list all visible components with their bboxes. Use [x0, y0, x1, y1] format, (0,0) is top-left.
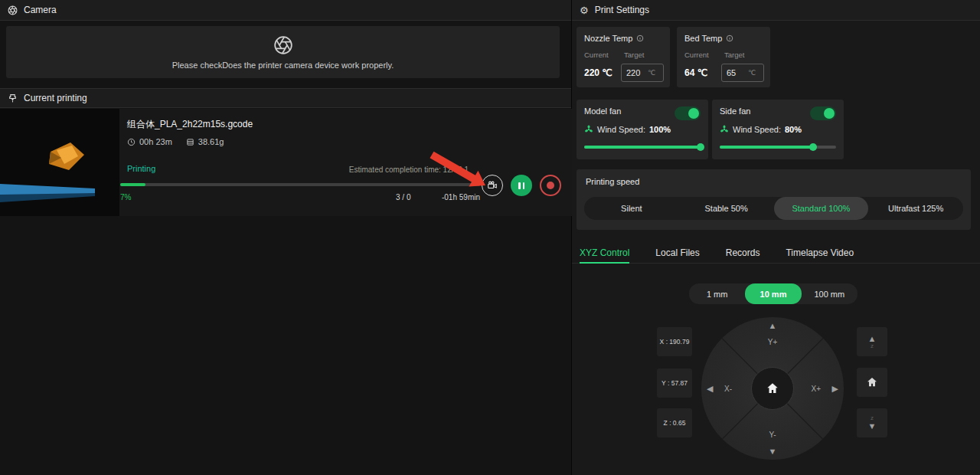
printer-control-window: Camera Please checkDoes the printer came… [0, 0, 980, 475]
print-duration: 00h 23m [127, 137, 172, 146]
model-fan-toggle[interactable] [675, 106, 701, 120]
speed-option-standard[interactable]: Standard 100% [774, 197, 869, 220]
bed-target-unit: ℃ [748, 69, 756, 77]
speed-option-silent[interactable]: Silent [584, 197, 679, 220]
speed-option-ultrafast[interactable]: Ultrafast 125% [868, 197, 963, 220]
bed-temp-title-row: Bed Temp [684, 34, 733, 43]
clock-icon [127, 138, 136, 146]
slider-fill [584, 146, 701, 149]
home-icon [866, 376, 878, 388]
distance-1mm[interactable]: 1 mm [689, 283, 745, 304]
estimated-completion-text: Estimated completion time: 12/03 1 [253, 165, 469, 174]
tab-local-files[interactable]: Local Files [655, 243, 699, 264]
z-axis-label: z [871, 415, 874, 422]
print-status-label: Printing [127, 164, 155, 173]
left-panel: Camera Please checkDoes the printer came… [0, 0, 572, 475]
model-fan-title: Model fan [584, 106, 621, 116]
model-preview-image [0, 109, 119, 216]
arrow-right-icon[interactable]: ▶ [832, 384, 838, 394]
fan-icon [720, 125, 729, 134]
aperture-icon [273, 35, 293, 55]
arrow-down-icon[interactable]: ▼ [769, 447, 777, 456]
speed-option-stable[interactable]: Stable 50% [679, 197, 774, 220]
z-position-readout: Z : 0.65 [657, 408, 692, 437]
side-fan-speed-value: 80% [785, 125, 802, 134]
slider-knob[interactable] [809, 143, 817, 151]
xy-home-button[interactable] [751, 367, 794, 410]
camera-error-message: Please checkDoes the printer camera devi… [172, 61, 394, 70]
nozzle-temp-title-row: Nozzle Temp [584, 34, 644, 43]
z-up-button[interactable]: ▲ z [857, 327, 887, 356]
slider-knob[interactable] [697, 143, 704, 151]
arrow-left-icon[interactable]: ◀ [707, 384, 713, 394]
camera-section-header: Camera [0, 0, 571, 21]
duration-value: 00h 23m [139, 137, 172, 146]
filament-weight: 38.61g [186, 137, 224, 146]
arrow-down-icon: ▼ [868, 421, 877, 431]
print-progress-fill [120, 183, 145, 186]
side-fan-slider[interactable] [720, 146, 836, 149]
pause-button[interactable] [511, 175, 532, 196]
bed-temp-card: Bed Temp Current Target 64 ℃ ℃ [677, 27, 770, 87]
arrow-up-icon: ▲ [868, 334, 877, 343]
home-icon [766, 382, 779, 395]
print-job-card: 组合体_PLA_2h22m15s.gcode 00h 23m 38.61g Pr… [0, 109, 572, 216]
y-position-readout: Y : 57.87 [657, 369, 692, 398]
info-icon [636, 34, 644, 42]
model-fan-slider[interactable] [584, 146, 701, 149]
z-down-button[interactable]: z ▼ [857, 408, 887, 437]
side-fan-card: Side fan Wind Speed: 80% [712, 100, 844, 159]
model-fan-speed-row: Wind Speed: 100% [584, 125, 671, 134]
distance-10mm[interactable]: 10 mm [745, 283, 801, 304]
x-position-readout: X : 190.79 [657, 327, 692, 356]
jog-x-minus-button[interactable]: X- [724, 385, 732, 393]
printing-speed-card: Printing speed Silent Stable 50% Standar… [577, 169, 971, 230]
nozzle-target-label: Target [624, 51, 644, 59]
bed-target-label: Target [724, 51, 744, 59]
jog-y-plus-button[interactable]: Y+ [768, 338, 778, 346]
fan-icon [584, 125, 593, 134]
jog-x-plus-button[interactable]: X+ [811, 385, 821, 393]
print-progress-bar [120, 183, 480, 186]
camera-preview-placeholder: Please checkDoes the printer camera devi… [6, 26, 560, 78]
nozzle-target-unit: ℃ [648, 69, 655, 77]
model-fan-speed-value: 100% [649, 125, 671, 134]
nozzle-current-value: 220 ℃ [584, 67, 612, 78]
printing-speed-options: Silent Stable 50% Standard 100% Ultrafas… [584, 197, 963, 220]
model-fan-card: Model fan Wind Speed: 100% [577, 100, 708, 159]
bed-current-value: 64 ℃ [684, 67, 707, 78]
nozzle-temp-card: Nozzle Temp Current Target 220 ℃ ℃ [577, 27, 670, 87]
gcode-filename: 组合体_PLA_2h22m15s.gcode [127, 118, 253, 131]
z-home-button[interactable] [857, 368, 887, 397]
jog-y-minus-button[interactable]: Y- [769, 431, 776, 439]
side-fan-toggle[interactable] [810, 106, 836, 120]
print-settings-panel: ⚙ Print Settings Nozzle Temp Current Tar… [572, 0, 980, 475]
printing-speed-title: Printing speed [586, 177, 639, 186]
tab-timelapse-video[interactable]: Timelapse Video [786, 243, 854, 264]
arrow-up-icon[interactable]: ▲ [769, 321, 777, 330]
distance-100mm[interactable]: 100 mm [802, 283, 858, 304]
xy-jog-pad: ▲ Y+ ◀ X- X+ ▶ Y- ▼ [701, 317, 844, 460]
nozzle-temp-title: Nozzle Temp [584, 34, 632, 43]
side-fan-speed-row: Wind Speed: 80% [720, 125, 802, 134]
current-printing-title: Current printing [24, 93, 87, 103]
model-fan-speed-label: Wind Speed: [597, 125, 645, 134]
print-settings-title: Print Settings [595, 5, 649, 15]
job-meta-row: 00h 23m 38.61g [127, 137, 224, 146]
toggle-knob [824, 108, 835, 119]
tab-xyz-control[interactable]: XYZ Control [580, 243, 629, 264]
layer-count-label: 3 / 0 [396, 193, 410, 201]
nozzle-current-label: Current [584, 51, 609, 59]
filament-weight-icon [186, 138, 194, 146]
bed-current-label: Current [684, 51, 709, 59]
time-remaining-label: -01h 59min [433, 193, 480, 201]
timelapse-button[interactable] [482, 175, 503, 196]
side-fan-title: Side fan [720, 106, 750, 116]
bed-target-input[interactable] [722, 68, 748, 77]
tab-records[interactable]: Records [726, 243, 760, 264]
gear-icon: ⚙ [580, 5, 589, 16]
stop-button[interactable] [540, 175, 561, 196]
tab-bar: XYZ Control Local Files Records Timelaps… [572, 243, 980, 264]
nozzle-target-input[interactable] [622, 68, 648, 77]
info-icon [726, 34, 733, 42]
